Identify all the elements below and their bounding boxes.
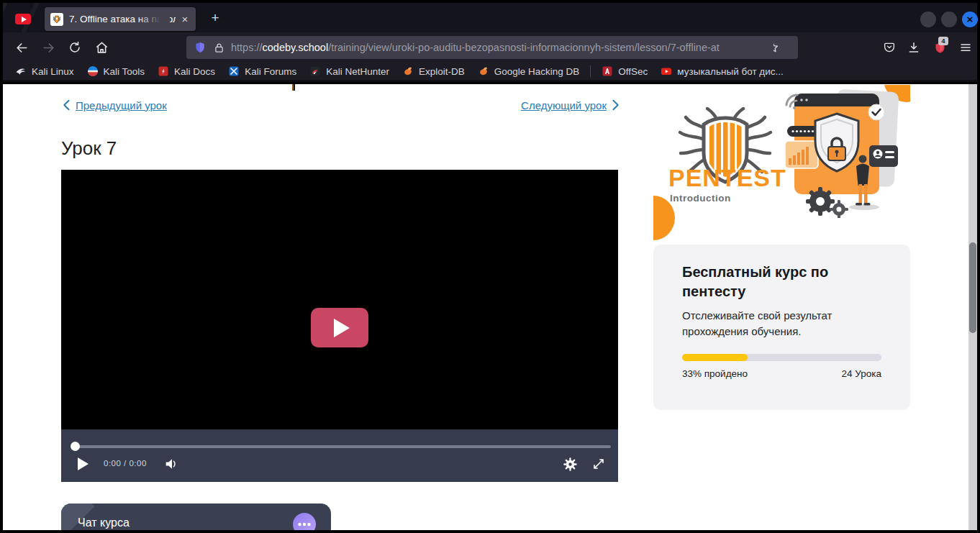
close-button[interactable]: × xyxy=(962,12,978,27)
big-play-button[interactable] xyxy=(311,308,368,347)
banner-illustration xyxy=(785,89,899,218)
kali-tools-icon xyxy=(87,65,99,77)
active-tab[interactable]: 7. Offline атака на пароли × xyxy=(45,7,196,31)
bookmark-kali-forums[interactable]: Kali Forums xyxy=(222,63,303,79)
bookmark-offsec[interactable]: OffSec xyxy=(595,63,654,79)
next-lesson-link[interactable]: Следующий урок xyxy=(521,99,621,111)
kali-forums-icon xyxy=(228,65,240,77)
bookmarks-separator xyxy=(590,65,591,77)
bookmark-kali-tools[interactable]: Kali Tools xyxy=(81,63,152,79)
navigation-toolbar: https://codeby.school/training/view/urok… xyxy=(3,32,977,63)
lock-icon[interactable] xyxy=(213,42,225,54)
seek-knob[interactable] xyxy=(71,442,80,451)
extension-badge: 4 xyxy=(938,37,948,45)
browser-window: 7. Offline атака на пароли × + × xyxy=(0,0,980,533)
youtube-icon xyxy=(15,14,31,24)
seek-bar[interactable] xyxy=(72,445,611,448)
chevron-left-icon xyxy=(61,99,71,111)
clipped-heading-artifact xyxy=(292,84,295,91)
tab-close-icon[interactable]: × xyxy=(178,13,191,26)
exploit-db-icon xyxy=(402,65,414,77)
course-title: Бесплатный курс по пентесту xyxy=(682,263,884,301)
progress-percent-label: 33% пройдено xyxy=(682,368,748,379)
url-path: /training/view/uroki-po-auditu-bezopasno… xyxy=(328,42,720,53)
home-icon[interactable] xyxy=(93,39,110,56)
banner-subtitle: Introduction xyxy=(670,193,731,204)
video-player[interactable]: 0:00 / 0:00 xyxy=(61,170,618,482)
course-progress-card: Бесплатный курс по пентесту Отслеживайте… xyxy=(653,245,910,410)
page-scrollbar-thumb[interactable] xyxy=(969,242,976,333)
chat-bubble-icon[interactable] xyxy=(290,511,319,530)
reload-icon[interactable] xyxy=(66,39,83,56)
url-text[interactable]: https://codeby.school/training/view/urok… xyxy=(231,42,765,53)
course-progress-labels: 33% пройдено 24 Урока xyxy=(682,368,881,379)
forward-icon[interactable] xyxy=(40,39,57,56)
codeby-favicon-icon xyxy=(50,13,63,26)
menu-icon[interactable] xyxy=(957,39,974,56)
course-description: Отслеживайте свой результат прохождения … xyxy=(682,308,884,340)
previous-lesson-link[interactable]: Предыдущий урок xyxy=(61,99,167,111)
page-content: Предыдущий урок Следующий урок Урок 7 0:… xyxy=(3,84,977,530)
google-hacking-db-icon xyxy=(478,65,489,77)
url-domain: codeby.school xyxy=(263,42,329,53)
kali-nethunter-icon xyxy=(309,65,321,77)
play-icon[interactable] xyxy=(76,456,90,472)
url-bar[interactable]: https://codeby.school/training/view/urok… xyxy=(186,36,798,59)
lesson-navigation: Предыдущий урок Следующий урок xyxy=(61,99,621,111)
bookmark-kali-nethunter[interactable]: Kali NetHunter xyxy=(303,63,396,79)
maximize-button[interactable] xyxy=(941,12,957,27)
bookmark-kali-linux[interactable]: Kali Linux xyxy=(9,63,81,79)
offsec-icon xyxy=(602,65,613,77)
new-tab-button[interactable]: + xyxy=(207,10,223,26)
bookmark-kali-docs[interactable]: Kali Docs xyxy=(151,63,222,79)
course-progress-fill xyxy=(682,354,748,361)
bookmark-music-bot[interactable]: музыкальный бот дис... xyxy=(654,63,789,79)
url-scheme: https:// xyxy=(231,42,263,53)
bookmark-exploit-db[interactable]: Exploit-DB xyxy=(396,63,471,79)
course-banner-image: PENTEST Introduction xyxy=(653,85,910,218)
bookmarks-toolbar: Kali Linux Kali Tools Kali Docs Kali For… xyxy=(3,63,977,82)
url-fade xyxy=(730,36,773,59)
time-display: 0:00 / 0:00 xyxy=(104,459,147,468)
kali-docs-icon xyxy=(158,65,169,77)
settings-gear-icon[interactable] xyxy=(562,456,578,472)
back-icon[interactable] xyxy=(13,39,30,56)
course-chat-card[interactable]: Чат курса xyxy=(61,504,331,530)
downloads-icon[interactable] xyxy=(905,39,922,56)
bookmark-google-hacking-db[interactable]: Google Hacking DB xyxy=(471,63,586,79)
banner-brand: PENTEST xyxy=(668,164,786,191)
tab-bar: 7. Offline атака на пароли × + × xyxy=(3,3,977,32)
tab-title-fade xyxy=(138,7,170,31)
pinned-tab-youtube[interactable] xyxy=(10,9,36,29)
video-controls: 0:00 / 0:00 xyxy=(61,429,618,482)
course-progress-track xyxy=(682,354,881,361)
youtube-icon xyxy=(661,65,672,77)
minimize-button[interactable] xyxy=(920,12,936,27)
fullscreen-icon[interactable] xyxy=(591,456,607,472)
tracking-shield-icon[interactable] xyxy=(194,41,207,54)
pocket-icon[interactable] xyxy=(881,39,898,56)
chat-title: Чат курса xyxy=(78,516,130,529)
kali-linux-icon xyxy=(15,65,27,77)
chevron-right-icon xyxy=(611,99,621,111)
lessons-count-label: 24 Урока xyxy=(842,368,881,379)
lesson-title: Урок 7 xyxy=(61,137,117,160)
volume-icon[interactable] xyxy=(164,457,180,471)
